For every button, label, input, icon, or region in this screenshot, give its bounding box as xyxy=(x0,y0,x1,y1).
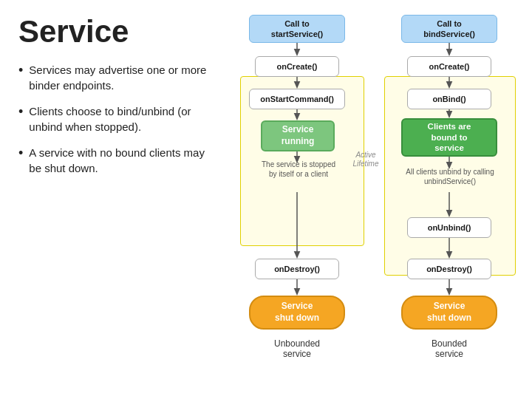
bounded-shutdown-box: Service shut down xyxy=(401,296,497,330)
bind-service-box: Call to bindService() xyxy=(401,15,497,43)
start-service-box: Call to startService() xyxy=(249,15,345,43)
bounded-oncreate-box: onCreate() xyxy=(407,56,491,77)
page-title: Service xyxy=(18,15,214,49)
service-running-box: Service running xyxy=(261,120,335,151)
bullet-2: Clients choose to bind/unbind (or unbind… xyxy=(18,103,214,134)
clients-bound-box: Clients are bound to service xyxy=(401,118,497,157)
bounded-caption: Bounded service xyxy=(401,338,497,359)
page: Service Services may advertise one or mo… xyxy=(0,0,532,399)
onstartcommand-box: onStartCommand() xyxy=(249,89,345,109)
bullet-1: Services may advertise one or more binde… xyxy=(18,62,214,93)
unbounded-caption: Unbounded service xyxy=(249,338,345,359)
bullet-3: A service with no bound clients may be s… xyxy=(18,145,214,176)
left-panel: Service Services may advertise one or mo… xyxy=(0,0,229,399)
stop-text: The service is stopped by itself or a cl… xyxy=(244,160,353,179)
unbounded-oncreate-box: onCreate() xyxy=(255,56,339,77)
active-lifetime-label: Active Lifetime xyxy=(344,150,388,168)
bounded-ondestroy-box: onDestroy() xyxy=(407,259,491,279)
unbounded-shutdown-box: Service shut down xyxy=(249,296,345,330)
unbind-text: All clients unbind by calling unbindServ… xyxy=(388,167,512,186)
onbind-box: onBind() xyxy=(407,89,491,109)
bullet-list: Services may advertise one or more binde… xyxy=(18,62,214,186)
onunbind-box: onUnbind() xyxy=(407,217,491,238)
diagram: Call to startService() onCreate() onStar… xyxy=(233,6,521,390)
unbounded-ondestroy-box: onDestroy() xyxy=(255,259,339,279)
right-panel: Call to startService() onCreate() onStar… xyxy=(229,0,532,399)
